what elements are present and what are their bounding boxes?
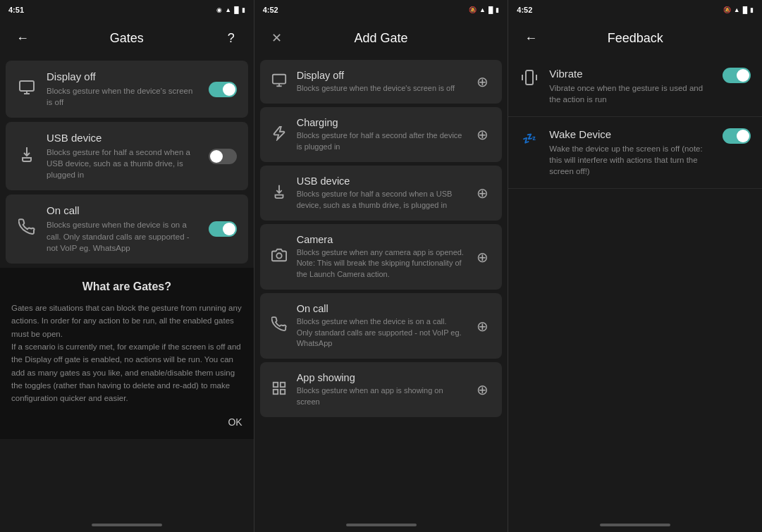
middle-content: Display off Blocks gesture when the devi… [254,56,508,519]
left-item-display-off-title: Display off [47,70,199,82]
right-wakedevice-content: Wake Device Wake the device up the scree… [549,128,713,177]
middle-charging-title: Charging [297,117,465,128]
display-off-icon [17,79,37,100]
right-battery-icon: ▮ [750,6,754,13]
middle-charging-icon [270,125,288,144]
wakedevice-icon: 💤 [520,130,539,151]
right-item-vibrate[interactable]: Vibrate Vibrate once when the gesture is… [508,56,762,117]
middle-item-charging[interactable]: Charging Blocks gesture for half a secon… [260,107,503,162]
left-item-oncall-content: On call Blocks gesture when the device i… [47,204,199,253]
right-vibrate-toggle[interactable] [723,68,751,83]
left-item-display-off-desc: Blocks gesture when the device's screen … [47,85,199,108]
middle-appshowing-add-button[interactable]: ⊕ [472,380,492,400]
left-info-section: What are Gates? Gates are situations tha… [0,268,254,439]
svg-rect-3 [273,74,285,83]
middle-signal-icon: █ [488,6,493,13]
left-header: ← Gates ? [0,20,254,56]
left-oncall-toggle[interactable] [209,221,237,237]
left-wifi-icon: ▲ [225,6,231,13]
middle-item-appshowing-content: App showing Blocks gesture when an app i… [297,372,465,407]
right-status-bar: 4:52 🔕 ▲ █ ▮ [508,0,762,20]
left-help-icon[interactable]: ? [220,27,242,49]
middle-header: ✕ Add Gate [254,20,508,56]
middle-camera-desc: Blocks gesture when any camera app is op… [297,247,465,280]
right-status-icon-bell: 🔕 [723,6,731,13]
middle-oncall-add-button[interactable]: ⊕ [472,316,492,336]
right-wakedevice-toggle[interactable] [723,128,751,144]
middle-status-icons: 🔕 ▲ █ ▮ [469,6,499,13]
middle-usb-title: USB device [297,175,465,187]
usb-icon [17,146,37,167]
right-nav-pill [600,524,670,526]
left-time: 4:51 [8,6,24,14]
middle-item-camera[interactable]: Camera Blocks gesture when any camera ap… [260,224,503,290]
middle-usb-icon [270,184,288,203]
left-nav-pill [92,524,162,526]
right-content: Vibrate Vibrate once when the gesture is… [508,56,762,519]
right-time: 4:52 [517,6,532,14]
middle-charging-desc: Blocks gesture for half a second after t… [297,130,465,152]
right-panel: 4:52 🔕 ▲ █ ▮ ← Feedback Vibrate Vibrate … [508,0,762,532]
left-info-text: Gates are situations that can block the … [11,302,242,405]
left-info-title: What are Gates? [11,280,242,293]
right-title: Feedback [542,31,728,46]
middle-item-display-off-content: Display off Blocks gesture when the devi… [297,70,465,94]
middle-oncall-desc: Blocks gesture when the device is on a c… [297,316,465,349]
left-usb-toggle[interactable] [209,149,237,164]
left-item-usb-title: USB device [47,132,199,144]
middle-panel: 4:52 🔕 ▲ █ ▮ ✕ Add Gate Display off Bloc… [254,0,508,532]
left-item-display-off-content: Display off Blocks gesture when the devi… [47,70,199,108]
middle-item-display-off[interactable]: Display off Blocks gesture when the devi… [260,60,503,104]
vibrate-icon [520,69,539,90]
middle-item-usb[interactable]: USB device Blocks gesture for half a sec… [260,166,503,221]
middle-appshowing-icon [270,381,288,400]
left-info-ok-button[interactable]: OK [11,414,242,431]
left-content: Display off Blocks gesture when the devi… [0,56,254,519]
left-item-display-off[interactable]: Display off Blocks gesture when the devi… [6,61,248,118]
left-item-usb[interactable]: USB device Blocks gesture for half a sec… [6,122,248,190]
middle-item-oncall[interactable]: On call Blocks gesture when the device i… [260,293,503,359]
middle-battery-icon: ▮ [496,6,499,13]
left-item-oncall[interactable]: On call Blocks gesture when the device i… [6,194,248,263]
right-header: ← Feedback [508,20,762,56]
left-display-off-toggle[interactable] [209,82,237,97]
middle-appshowing-desc: Blocks gesture when an app is showing on… [297,385,465,407]
middle-item-camera-content: Camera Blocks gesture when any camera ap… [297,234,465,280]
svg-point-6 [276,253,281,258]
svg-rect-9 [273,390,277,394]
middle-usb-add-button[interactable]: ⊕ [472,183,492,203]
middle-item-appshowing[interactable]: App showing Blocks gesture when an app i… [260,362,503,417]
left-battery-icon: ▮ [242,6,245,13]
middle-nav-pill [346,524,417,526]
svg-text:💤: 💤 [522,132,536,145]
right-wifi-icon: ▲ [734,6,740,13]
middle-oncall-icon [270,316,288,335]
middle-item-oncall-content: On call Blocks gesture when the device i… [297,303,465,349]
right-wakedevice-title: Wake Device [549,128,713,140]
middle-oncall-title: On call [297,303,465,314]
svg-rect-11 [526,70,533,85]
left-title: Gates [34,31,220,46]
middle-charging-add-button[interactable]: ⊕ [472,125,492,144]
left-back-icon[interactable]: ← [11,27,34,49]
right-vibrate-title: Vibrate [549,68,713,80]
svg-rect-7 [273,382,277,386]
right-item-wakedevice[interactable]: 💤 Wake Device Wake the device up the scr… [508,117,762,189]
middle-time: 4:52 [263,6,278,14]
left-item-usb-desc: Blocks gesture for half a second when a … [47,147,199,180]
middle-status-bar: 4:52 🔕 ▲ █ ▮ [254,0,508,20]
middle-display-off-desc: Blocks gesture when the device's screen … [297,83,465,94]
right-back-icon[interactable]: ← [520,27,542,49]
left-status-icons: ◉ ▲ █ ▮ [216,6,245,13]
middle-usb-desc: Blocks gesture for half a second when a … [297,189,465,211]
middle-display-off-add-button[interactable]: ⊕ [472,72,492,92]
right-vibrate-content: Vibrate Vibrate once when the gesture is… [549,68,713,105]
left-panel: 4:51 ◉ ▲ █ ▮ ← Gates ? Display off Block… [0,0,254,532]
svg-rect-8 [281,382,285,386]
left-status-bar: 4:51 ◉ ▲ █ ▮ [0,0,254,20]
right-vibrate-desc: Vibrate once when the gesture is used an… [549,82,713,105]
left-item-usb-content: USB device Blocks gesture for half a sec… [47,132,199,180]
middle-camera-add-button[interactable]: ⊕ [472,247,492,267]
middle-close-icon[interactable]: ✕ [266,27,288,49]
middle-title: Add Gate [288,31,474,46]
